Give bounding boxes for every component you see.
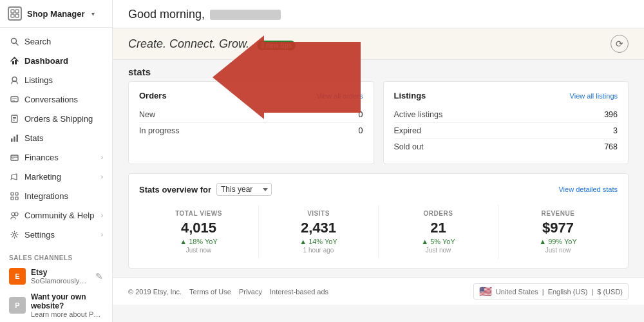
svg-rect-20 bbox=[15, 193, 18, 195]
svg-rect-2 bbox=[11, 14, 14, 17]
orders-inprogress-value: 0 bbox=[359, 126, 363, 135]
sidebar-item-listings-label: Listings bbox=[24, 75, 53, 85]
svg-rect-16 bbox=[16, 135, 18, 142]
orders-new-value: 0 bbox=[359, 110, 363, 119]
username-blurred bbox=[210, 10, 281, 20]
footer-left: © 2019 Etsy, Inc. Terms of Use Privacy I… bbox=[128, 288, 328, 296]
total-views-change: ▲ 18% YoY bbox=[142, 238, 256, 245]
listings-row-soldout: Sold out 768 bbox=[394, 139, 618, 155]
svg-rect-17 bbox=[11, 155, 18, 160]
orders-card-title: Orders bbox=[139, 91, 167, 100]
sidebar-item-listings[interactable]: Listings bbox=[0, 70, 112, 90]
stats-overview-card: Stats overview for This year This month … bbox=[128, 173, 629, 269]
footer-country: United States bbox=[496, 288, 538, 296]
pattern-name: Want your own website? bbox=[31, 292, 103, 310]
footer-language: English (US) bbox=[548, 288, 588, 296]
view-all-listings-link[interactable]: View all listings bbox=[570, 92, 618, 100]
sidebar-item-dashboard[interactable]: Dashboard bbox=[0, 51, 112, 70]
view-detailed-stats-link[interactable]: View detailed stats bbox=[558, 185, 618, 193]
sold-out-value: 768 bbox=[604, 142, 618, 151]
orders-label: ORDERS bbox=[381, 210, 495, 217]
sidebar-item-settings[interactable]: Settings › bbox=[0, 225, 112, 244]
sidebar-nav: Search Dashboard Listings bbox=[0, 28, 112, 248]
community-chevron: › bbox=[101, 212, 103, 219]
sidebar-item-community[interactable]: Community & Help › bbox=[0, 205, 112, 225]
listings-row-active: Active listings 396 bbox=[394, 107, 618, 123]
stats-grid: TOTAL VIEWS 4,015 ▲ 18% YoY Just now VIS… bbox=[139, 205, 618, 259]
visits-value: 2,431 bbox=[261, 220, 375, 236]
total-views-label: TOTAL VIEWS bbox=[142, 210, 256, 217]
banner-refresh-icon[interactable]: ⟳ bbox=[611, 35, 629, 53]
svg-line-5 bbox=[15, 43, 18, 45]
banner-text: Create. Connect. Grow. bbox=[128, 37, 249, 50]
total-views-value: 4,015 bbox=[142, 220, 256, 236]
integrations-icon bbox=[9, 191, 19, 201]
etsy-edit-icon[interactable]: ✎ bbox=[95, 271, 103, 281]
greeting: Good morning, bbox=[128, 8, 629, 21]
shop-manager-icon bbox=[8, 6, 22, 21]
footer: © 2019 Etsy, Inc. Terms of Use Privacy I… bbox=[113, 278, 644, 305]
marketing-icon bbox=[9, 171, 19, 182]
sidebar-item-finances[interactable]: Finances › bbox=[0, 147, 112, 167]
sidebar-item-search[interactable]: Search bbox=[0, 32, 112, 51]
sidebar-item-marketing-label: Marketing bbox=[24, 172, 61, 182]
footer-copyright: © 2019 Etsy, Inc. bbox=[128, 288, 182, 296]
shop-manager-header[interactable]: Shop Manager ▾ bbox=[0, 0, 112, 28]
sidebar-item-conversations[interactable]: Conversations bbox=[0, 90, 112, 109]
conversations-icon bbox=[9, 94, 19, 104]
sales-channels-label: SALES CHANNELS bbox=[0, 248, 112, 264]
listings-icon bbox=[9, 75, 19, 85]
listings-card-title: Listings bbox=[394, 91, 426, 100]
main-header: Good morning, bbox=[113, 0, 644, 28]
sidebar-item-marketing[interactable]: Marketing › bbox=[0, 167, 112, 186]
svg-rect-3 bbox=[15, 14, 19, 17]
channel-etsy[interactable]: E Etsy SoGlamorouslyVintage ✎ bbox=[0, 264, 112, 289]
greeting-text: Good morning, bbox=[128, 8, 205, 21]
footer-right: 🇺🇸 United States | English (US) | $ (USD… bbox=[473, 283, 629, 299]
footer-privacy-link[interactable]: Privacy bbox=[239, 288, 262, 296]
search-icon bbox=[9, 36, 19, 46]
visits-label: VISITS bbox=[261, 210, 375, 217]
footer-divider2: | bbox=[591, 288, 593, 296]
stats-section-header: stats bbox=[113, 60, 644, 81]
svg-rect-1 bbox=[15, 10, 19, 13]
sidebar-item-dashboard-label: Dashboard bbox=[24, 56, 68, 66]
svg-point-24 bbox=[15, 213, 18, 216]
listings-row-expired: Expired 3 bbox=[394, 123, 618, 139]
stat-visits: VISITS 2,431 ▲ 14% YoY 1 hour ago bbox=[259, 205, 379, 259]
view-all-orders-link[interactable]: View all orders bbox=[317, 92, 363, 100]
orders-icon bbox=[9, 113, 19, 124]
settings-chevron: › bbox=[101, 231, 103, 238]
footer-ads-link[interactable]: Interest-based ads bbox=[270, 288, 328, 296]
stats-for-text: Stats overview for bbox=[139, 185, 211, 194]
revenue-time: Just now bbox=[501, 247, 615, 254]
etsy-icon: E bbox=[9, 268, 26, 285]
banner-content: Create. Connect. Grow. 3 new tips bbox=[128, 37, 296, 51]
expired-value: 3 bbox=[613, 126, 618, 135]
visits-change: ▲ 14% YoY bbox=[261, 238, 375, 245]
stats-icon bbox=[9, 133, 19, 143]
total-views-time: Just now bbox=[142, 247, 256, 254]
sidebar-item-orders[interactable]: Orders & Shipping bbox=[0, 109, 112, 128]
sidebar-item-community-label: Community & Help bbox=[24, 211, 94, 220]
sidebar-item-integrations[interactable]: Integrations bbox=[0, 186, 112, 205]
stat-revenue: REVENUE $977 ▲ 99% YoY Just now bbox=[498, 205, 618, 259]
orders-row-inprogress: In progress 0 bbox=[139, 123, 363, 138]
footer-terms-link[interactable]: Terms of Use bbox=[189, 288, 231, 296]
footer-locale[interactable]: 🇺🇸 United States | English (US) | $ (USD… bbox=[473, 283, 629, 299]
orders-row-new: New 0 bbox=[139, 107, 363, 123]
svg-rect-19 bbox=[11, 193, 14, 195]
svg-rect-14 bbox=[11, 138, 13, 142]
banner-badge: 3 new tips bbox=[257, 41, 296, 50]
finances-chevron: › bbox=[101, 154, 103, 161]
pattern-info: Want your own website? Learn more about … bbox=[31, 292, 103, 318]
channel-pattern[interactable]: P Want your own website? Learn more abou… bbox=[0, 289, 112, 322]
orders-change: ▲ 5% YoY bbox=[381, 238, 495, 245]
stat-orders: ORDERS 21 ▲ 5% YoY Just now bbox=[379, 205, 498, 259]
sidebar-item-stats[interactable]: Stats bbox=[0, 128, 112, 147]
orders-new-label: New bbox=[139, 110, 155, 119]
svg-rect-15 bbox=[14, 137, 15, 142]
etsy-name: Etsy bbox=[31, 268, 90, 277]
stats-period-select[interactable]: This year This month This week Today bbox=[216, 183, 272, 196]
visits-time: 1 hour ago bbox=[261, 247, 375, 254]
